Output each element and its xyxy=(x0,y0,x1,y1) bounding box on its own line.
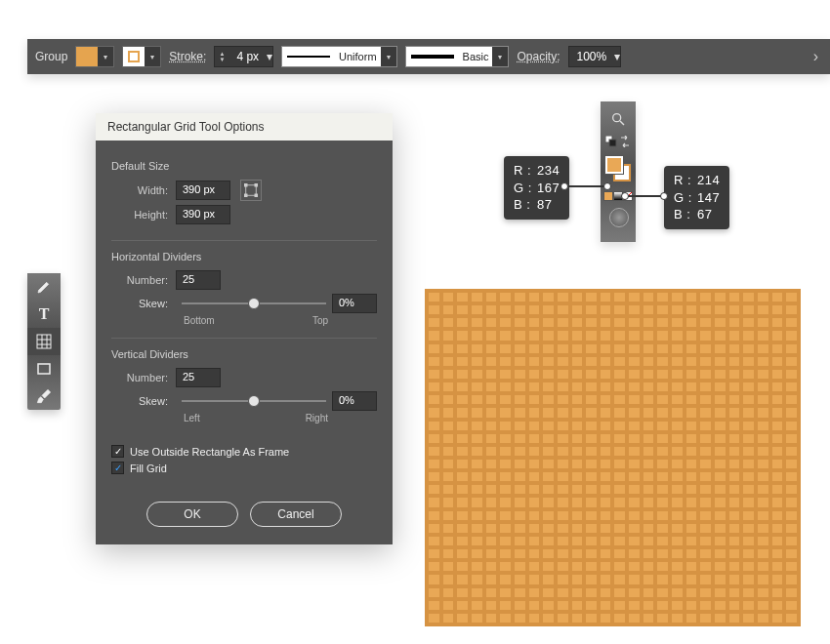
height-input[interactable]: 390 px xyxy=(176,205,230,224)
width-profile-dropdown-icon[interactable]: ▾ xyxy=(381,47,396,66)
grid-cell xyxy=(686,357,697,366)
grid-cell xyxy=(443,331,454,340)
v-skew-slider[interactable] xyxy=(182,393,326,409)
stroke-label: Stroke: xyxy=(169,50,206,63)
rectangular-grid-tool[interactable] xyxy=(27,328,61,355)
grid-cell xyxy=(457,498,468,506)
default-colors-icon[interactable] xyxy=(604,135,618,148)
grid-cell xyxy=(500,537,511,545)
color-mode-solid[interactable] xyxy=(603,191,613,201)
grid-cell xyxy=(472,524,482,533)
grid-cell xyxy=(672,357,683,366)
grid-cell xyxy=(429,614,439,623)
grid-cell xyxy=(500,370,511,379)
grid-cell xyxy=(629,575,640,584)
grid-cell xyxy=(515,370,525,379)
overflow-arrow-icon[interactable]: › xyxy=(813,48,822,65)
paintbrush-tool[interactable] xyxy=(27,382,61,410)
v-number-input[interactable]: 25 xyxy=(176,368,221,387)
stroke-width-stepper[interactable]: ▲▼ xyxy=(215,51,228,62)
grid-cell xyxy=(729,601,740,610)
brush-definition-select[interactable]: Basic ▾ xyxy=(405,46,510,67)
stroke-width-dropdown-icon[interactable]: ▾ xyxy=(267,50,272,63)
grid-cell xyxy=(700,562,711,571)
grid-cell xyxy=(601,422,611,430)
stroke-width-field[interactable]: ▲▼ 4 px ▾ xyxy=(214,46,273,67)
fill-stroke-indicator[interactable] xyxy=(603,154,633,183)
swap-colors-icon[interactable] xyxy=(618,135,632,148)
grid-cell xyxy=(572,318,583,327)
grid-cell xyxy=(758,293,768,302)
stroke-connector xyxy=(625,195,664,197)
brush-dropdown-icon[interactable]: ▾ xyxy=(492,47,508,66)
grid-cell xyxy=(686,588,697,597)
grid-cell xyxy=(758,395,768,404)
grid-cell xyxy=(614,293,625,302)
grid-cell xyxy=(515,447,525,456)
grid-cell xyxy=(672,460,683,468)
grid-cell xyxy=(457,549,468,558)
type-tool[interactable]: T xyxy=(27,301,61,328)
rectangle-tool[interactable] xyxy=(27,355,61,382)
h-skew-value[interactable]: 0% xyxy=(332,294,377,313)
grid-cell xyxy=(700,344,711,353)
grid-cell xyxy=(672,601,683,610)
grid-cell xyxy=(657,549,668,558)
grid-cell xyxy=(572,305,583,314)
grid-cell xyxy=(657,460,668,468)
horizontal-dividers-section: Horizontal Dividers Number: 25 Skew: 0% … xyxy=(111,251,377,339)
h-skew-slider[interactable] xyxy=(182,296,326,311)
opacity-dropdown-icon[interactable]: ▾ xyxy=(614,50,620,63)
v-skew-value[interactable]: 0% xyxy=(332,391,377,411)
grid-cell xyxy=(758,498,768,506)
width-input[interactable]: 390 px xyxy=(176,181,230,200)
grid-cell xyxy=(486,382,497,391)
grid-cell xyxy=(629,395,640,404)
grid-cell xyxy=(515,472,525,481)
grid-cell xyxy=(543,588,554,597)
constrain-proportions-icon[interactable] xyxy=(240,180,262,201)
slider-thumb[interactable] xyxy=(248,395,260,407)
cancel-button[interactable]: Cancel xyxy=(250,502,342,527)
grid-cell xyxy=(614,370,625,379)
grid-cell xyxy=(443,524,454,533)
grid-cell xyxy=(643,485,654,494)
magnifier-icon[interactable] xyxy=(606,107,630,131)
fill-indicator[interactable] xyxy=(605,156,623,174)
slider-thumb[interactable] xyxy=(248,298,260,309)
grid-cell xyxy=(686,434,697,443)
grid-cell xyxy=(572,498,583,506)
grid-cell xyxy=(443,575,454,584)
grid-cell xyxy=(586,434,597,443)
pen-tool[interactable] xyxy=(27,273,61,301)
grid-cell xyxy=(643,370,654,379)
grid-cell xyxy=(629,498,640,506)
grid-cell xyxy=(486,305,497,314)
grid-cell xyxy=(601,395,611,404)
grid-cell xyxy=(486,395,497,404)
grid-cell xyxy=(543,447,554,456)
width-profile-select[interactable]: Uniform ▾ xyxy=(281,46,397,67)
grid-cell xyxy=(601,511,611,520)
fill-dropdown-icon[interactable]: ▾ xyxy=(98,47,113,66)
h-number-input[interactable]: 25 xyxy=(176,270,221,290)
grid-cell xyxy=(486,588,497,597)
fill-grid-checkbox[interactable] xyxy=(111,462,124,474)
use-outside-rect-checkbox[interactable] xyxy=(111,445,124,458)
grid-cell xyxy=(529,318,540,327)
stroke-dropdown-icon[interactable]: ▾ xyxy=(145,47,160,66)
stroke-color-select[interactable]: ▾ xyxy=(122,46,161,67)
grid-cell xyxy=(700,357,711,366)
brush-definition-preview xyxy=(406,47,459,66)
opacity-field[interactable]: 100% ▾ xyxy=(568,46,622,67)
fill-color-select[interactable]: ▾ xyxy=(75,46,114,67)
grid-cell xyxy=(700,601,711,610)
grid-cell xyxy=(457,305,468,314)
grid-cell xyxy=(657,524,668,533)
grid-cell xyxy=(558,344,568,353)
ok-button[interactable]: OK xyxy=(146,502,238,527)
grid-cell xyxy=(772,601,783,610)
draw-mode-icon[interactable] xyxy=(606,205,630,228)
grid-cell xyxy=(472,498,482,506)
grid-cell xyxy=(629,408,640,417)
